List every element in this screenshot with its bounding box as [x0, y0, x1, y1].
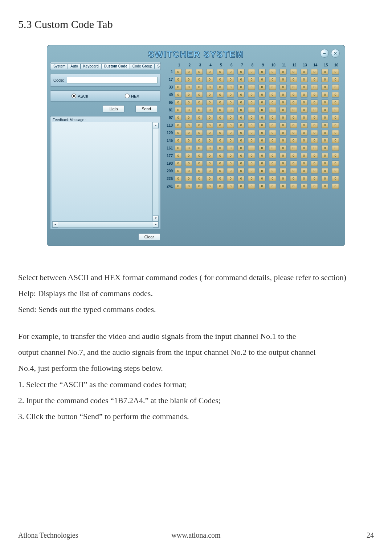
grid-cell[interactable]: 0	[279, 107, 287, 113]
radio-hex[interactable]: HEX	[125, 94, 139, 98]
scroll-left-icon[interactable]: ◂	[52, 222, 58, 227]
grid-cell[interactable]: 0	[206, 77, 213, 82]
grid-cell[interactable]: 0	[332, 77, 339, 82]
scroll-right-icon[interactable]: ▸	[153, 222, 159, 227]
grid-cell[interactable]: 0	[269, 153, 276, 159]
grid-cell[interactable]: 0	[237, 160, 245, 166]
grid-cell[interactable]: 0	[332, 183, 339, 189]
grid-cell[interactable]: 0	[269, 84, 276, 90]
grid-cell[interactable]: 0	[217, 153, 224, 159]
grid-cell[interactable]: 0	[196, 107, 203, 113]
grid-cell[interactable]: 0	[185, 99, 192, 105]
grid-cell[interactable]: 0	[290, 107, 297, 113]
grid-cell[interactable]: 0	[279, 145, 287, 151]
grid-cell[interactable]: 0	[237, 115, 245, 120]
grid-cell[interactable]: 0	[311, 183, 318, 189]
grid-cell[interactable]: 0	[301, 160, 308, 166]
grid-cell[interactable]: 0	[196, 145, 203, 151]
grid-cell[interactable]: 0	[332, 160, 339, 166]
grid-cell[interactable]: 0	[279, 130, 287, 136]
grid-cell[interactable]: 0	[237, 138, 245, 143]
grid-cell[interactable]: 0	[196, 138, 203, 143]
grid-cell[interactable]: 0	[185, 107, 192, 113]
grid-cell[interactable]: 0	[196, 153, 203, 159]
grid-cell[interactable]: 0	[269, 138, 276, 143]
grid-cell[interactable]: 0	[290, 160, 297, 166]
grid-cell[interactable]: 0	[227, 92, 234, 98]
grid-cell[interactable]: 0	[258, 183, 266, 189]
grid-cell[interactable]: 0	[237, 153, 245, 159]
grid-cell[interactable]: 0	[321, 77, 328, 82]
close-button[interactable]: ×	[331, 49, 340, 58]
grid-cell[interactable]: 0	[185, 153, 192, 159]
grid-cell[interactable]: 0	[206, 145, 213, 151]
grid-cell[interactable]: 0	[237, 77, 245, 82]
grid-cell[interactable]: 0	[237, 145, 245, 151]
grid-cell[interactable]: 0	[269, 183, 276, 189]
grid-cell[interactable]: 0	[217, 160, 224, 166]
grid-cell[interactable]: 0	[269, 69, 276, 75]
grid-cell[interactable]: 0	[206, 130, 213, 136]
grid-cell[interactable]: 0	[332, 115, 339, 120]
grid-cell[interactable]: 0	[217, 99, 224, 105]
grid-cell[interactable]: 0	[311, 115, 318, 120]
grid-cell[interactable]: 0	[311, 130, 318, 136]
grid-cell[interactable]: 0	[217, 176, 224, 181]
tab-system[interactable]: System	[51, 63, 68, 69]
grid-cell[interactable]: 0	[279, 153, 287, 159]
grid-cell[interactable]: 0	[196, 77, 203, 82]
grid-cell[interactable]: 0	[301, 107, 308, 113]
grid-cell[interactable]: 0	[237, 92, 245, 98]
grid-cell[interactable]: 0	[175, 115, 182, 120]
grid-cell[interactable]: 0	[269, 92, 276, 98]
grid-cell[interactable]: 0	[258, 122, 266, 128]
grid-cell[interactable]: 0	[279, 77, 287, 82]
grid-cell[interactable]: 0	[237, 69, 245, 75]
radio-ascii[interactable]: ASCII	[72, 94, 88, 98]
grid-cell[interactable]: 0	[301, 69, 308, 75]
grid-cell[interactable]: 0	[301, 115, 308, 120]
grid-cell[interactable]: 0	[301, 84, 308, 90]
grid-cell[interactable]: 0	[311, 145, 318, 151]
feedback-scrollbar-vertical[interactable]: ▴ ▾	[152, 122, 159, 222]
grid-cell[interactable]: 0	[321, 153, 328, 159]
grid-cell[interactable]: 0	[175, 130, 182, 136]
grid-cell[interactable]: 0	[290, 69, 297, 75]
tab-extra[interactable]: S	[155, 63, 161, 69]
grid-cell[interactable]: 0	[332, 99, 339, 105]
grid-cell[interactable]: 0	[196, 168, 203, 174]
grid-cell[interactable]: 0	[206, 122, 213, 128]
grid-cell[interactable]: 0	[269, 160, 276, 166]
tab-auto[interactable]: Auto	[68, 63, 81, 69]
scroll-up-icon[interactable]: ▴	[153, 123, 159, 128]
grid-cell[interactable]: 0	[332, 130, 339, 136]
grid-cell[interactable]: 0	[185, 122, 192, 128]
feedback-textarea[interactable]: ▴ ▾ ◂ ▸	[52, 122, 159, 228]
grid-cell[interactable]: 0	[217, 77, 224, 82]
grid-cell[interactable]: 0	[206, 107, 213, 113]
grid-cell[interactable]: 0	[248, 138, 255, 143]
grid-cell[interactable]: 0	[185, 138, 192, 143]
grid-cell[interactable]: 0	[206, 84, 213, 90]
grid-cell[interactable]: 0	[332, 168, 339, 174]
grid-cell[interactable]: 0	[217, 122, 224, 128]
grid-cell[interactable]: 0	[321, 107, 328, 113]
grid-cell[interactable]: 0	[185, 77, 192, 82]
grid-cell[interactable]: 0	[217, 183, 224, 189]
grid-cell[interactable]: 0	[248, 107, 255, 113]
grid-cell[interactable]: 0	[279, 69, 287, 75]
grid-cell[interactable]: 0	[311, 160, 318, 166]
grid-cell[interactable]: 0	[206, 115, 213, 120]
clear-button[interactable]: Clear	[138, 233, 160, 241]
grid-cell[interactable]: 0	[311, 77, 318, 82]
grid-cell[interactable]: 0	[227, 160, 234, 166]
grid-cell[interactable]: 0	[258, 99, 266, 105]
grid-cell[interactable]: 0	[258, 168, 266, 174]
grid-cell[interactable]: 0	[227, 183, 234, 189]
grid-cell[interactable]: 0	[279, 176, 287, 181]
grid-cell[interactable]: 0	[332, 92, 339, 98]
grid-cell[interactable]: 0	[248, 160, 255, 166]
grid-cell[interactable]: 0	[175, 138, 182, 143]
grid-cell[interactable]: 0	[196, 176, 203, 181]
grid-cell[interactable]: 0	[269, 122, 276, 128]
